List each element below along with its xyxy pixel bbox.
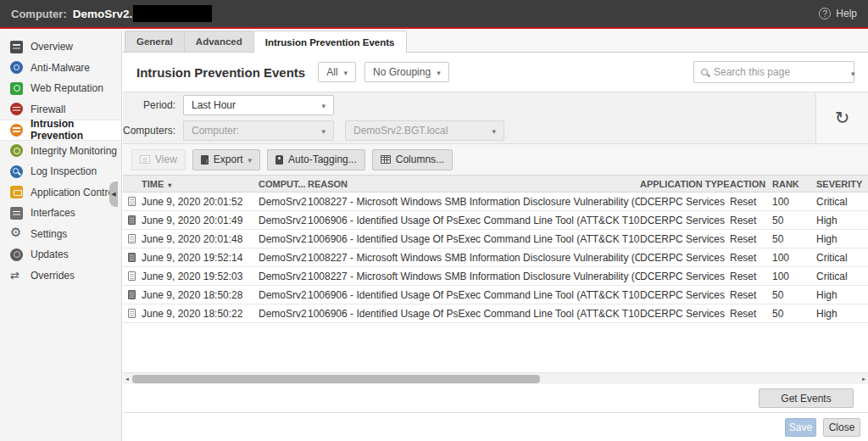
scroll-left-icon[interactable]: [123, 373, 131, 385]
computer-label: Computer:: [11, 8, 67, 20]
cell-icon: [123, 271, 142, 281]
chevron-down-icon: [344, 66, 348, 78]
columns-label: Columns...: [396, 154, 444, 165]
search-input[interactable]: [714, 66, 845, 78]
refresh-zone: [815, 92, 868, 143]
computers-row: Computers: Computer: DemoSrv2.BGT.local: [123, 120, 815, 141]
cell-severity: Critical: [816, 271, 868, 282]
column-header-reason[interactable]: REASON: [308, 179, 640, 189]
cell-application-type: DCERPC Services: [640, 271, 730, 282]
cell-icon: [123, 309, 142, 318]
documents-icon: [128, 290, 136, 299]
cell-application-type: DCERPC Services: [640, 215, 730, 226]
cell-action: Reset: [730, 289, 772, 301]
sidebar-item-firewall[interactable]: Firewall: [0, 99, 121, 120]
cell-icon: [123, 215, 142, 225]
sidebar-item-overrides[interactable]: Overrides: [0, 265, 121, 287]
sidebar-item-label: Intrusion Prevention: [31, 118, 121, 142]
table-row[interactable]: June 9, 2020 18:50:22DemoSrv2...1006906 …: [123, 304, 868, 323]
sidebar-item-anti-malware[interactable]: Anti-Malware: [0, 58, 121, 79]
cell-time: June 9, 2020 20:01:49: [142, 215, 259, 226]
export-icon: [201, 155, 209, 165]
cell-time: June 9, 2020 18:50:28: [142, 289, 259, 301]
tab-advanced[interactable]: Advanced: [184, 31, 254, 52]
search-dropdown-icon[interactable]: [851, 64, 855, 80]
cell-computer: DemoSrv2...: [259, 289, 308, 301]
cell-action: Reset: [730, 271, 772, 282]
table-body: June 9, 2020 20:01:52DemoSrv2...1008227 …: [123, 193, 868, 323]
horizontal-scrollbar[interactable]: [123, 372, 868, 384]
cell-time: June 9, 2020 19:52:14: [142, 252, 259, 264]
footer-bar: Save Close: [123, 412, 868, 441]
toolbar: View Export Auto-Tagging... Columns...: [123, 144, 868, 175]
scrollbar-track[interactable]: [131, 373, 860, 385]
cell-severity: Critical: [816, 252, 868, 264]
page-title: Intrusion Prevention Events: [136, 65, 305, 80]
sidebar-item-application-control[interactable]: Application Control: [0, 182, 121, 204]
period-row: Period: Last Hour: [123, 95, 815, 115]
intrusion-prevention-icon: [10, 124, 23, 137]
column-header-rank[interactable]: RANK: [772, 179, 816, 189]
anti-malware-icon: [10, 61, 23, 74]
period-dropdown[interactable]: Last Hour: [183, 95, 334, 115]
close-button[interactable]: Close: [823, 418, 860, 437]
documents-icon: [128, 253, 136, 262]
cell-computer: DemoSrv2...: [259, 271, 308, 282]
cell-icon: [123, 253, 142, 262]
web-reputation-icon: [10, 82, 23, 95]
column-header-application-type[interactable]: APPLICATION TYPE: [640, 179, 730, 189]
chevron-down-icon: [248, 154, 252, 165]
table-row[interactable]: June 9, 2020 18:50:28DemoSrv2...1006906 …: [123, 286, 868, 304]
sidebar-item-log-inspection[interactable]: Log Inspection: [0, 161, 121, 182]
sidebar-item-interfaces[interactable]: Interfaces: [0, 203, 121, 224]
cell-severity: High: [816, 215, 868, 226]
columns-button[interactable]: Columns...: [372, 149, 453, 170]
cell-reason: 1008227 - Microsoft Windows SMB Informat…: [308, 271, 640, 282]
sidebar-item-settings[interactable]: Settings: [0, 224, 121, 245]
sidebar-collapse-button[interactable]: [109, 181, 118, 207]
sidebar-item-overview[interactable]: Overview: [0, 36, 121, 58]
period-label: Period:: [123, 99, 175, 111]
auto-tagging-button[interactable]: Auto-Tagging...: [267, 149, 365, 170]
redaction-box: [133, 5, 212, 22]
export-button[interactable]: Export: [192, 149, 260, 170]
chevron-down-icon: [321, 125, 326, 137]
cell-icon: [123, 234, 142, 243]
help-button[interactable]: Help: [819, 8, 857, 20]
cell-computer: DemoSrv2...: [259, 308, 308, 320]
sidebar-item-integrity-monitoring[interactable]: Integrity Monitoring: [0, 141, 121, 162]
get-events-button[interactable]: Get Events: [759, 388, 854, 408]
cell-rank: 100: [772, 271, 816, 282]
table-row[interactable]: June 9, 2020 20:01:52DemoSrv2...1008227 …: [123, 193, 868, 211]
scope-dropdown-value: All: [326, 66, 337, 78]
refresh-icon[interactable]: [835, 108, 850, 128]
sidebar-item-updates[interactable]: Updates: [0, 244, 121, 265]
sidebar-item-label: Settings: [31, 228, 67, 240]
grouping-dropdown[interactable]: No Grouping: [364, 62, 449, 82]
view-button: View: [131, 149, 186, 170]
grouping-dropdown-value: No Grouping: [373, 66, 431, 78]
cell-application-type: DCERPC Services: [640, 252, 730, 264]
column-header-time[interactable]: TIME: [142, 179, 259, 189]
computer-value-text: DemoSrv2.BGT.local: [353, 125, 448, 137]
column-header-action[interactable]: ACTION: [730, 179, 772, 189]
filter-fields: Period: Last Hour Computers: Computer: D…: [123, 92, 815, 143]
table-row[interactable]: June 9, 2020 20:01:48DemoSrv2...1006906 …: [123, 230, 868, 248]
column-header-severity[interactable]: SEVERITY: [816, 179, 868, 189]
table-row[interactable]: June 9, 2020 19:52:14DemoSrv2...1008227 …: [123, 248, 868, 267]
sidebar-item-label: Anti-Malware: [31, 62, 90, 74]
scrollbar-thumb[interactable]: [132, 375, 540, 383]
sidebar-item-intrusion-prevention[interactable]: Intrusion Prevention: [0, 120, 121, 141]
scroll-right-icon[interactable]: [860, 373, 868, 385]
table-row[interactable]: June 9, 2020 20:01:49DemoSrv2...1006906 …: [123, 211, 868, 230]
integrity-monitoring-icon: [10, 144, 23, 157]
document-icon: [128, 309, 136, 318]
sidebar-item-web-reputation[interactable]: Web Reputation: [0, 78, 121, 99]
scope-dropdown[interactable]: All: [318, 62, 356, 82]
cell-action: Reset: [730, 196, 772, 208]
tab-general[interactable]: General: [125, 31, 185, 52]
main-panel: GeneralAdvancedIntrusion Prevention Even…: [123, 31, 868, 441]
column-header-comput-[interactable]: COMPUT...: [259, 179, 308, 189]
table-row[interactable]: June 9, 2020 19:52:03DemoSrv2...1008227 …: [123, 267, 868, 286]
tab-intrusion-prevention-events[interactable]: Intrusion Prevention Events: [253, 31, 407, 53]
